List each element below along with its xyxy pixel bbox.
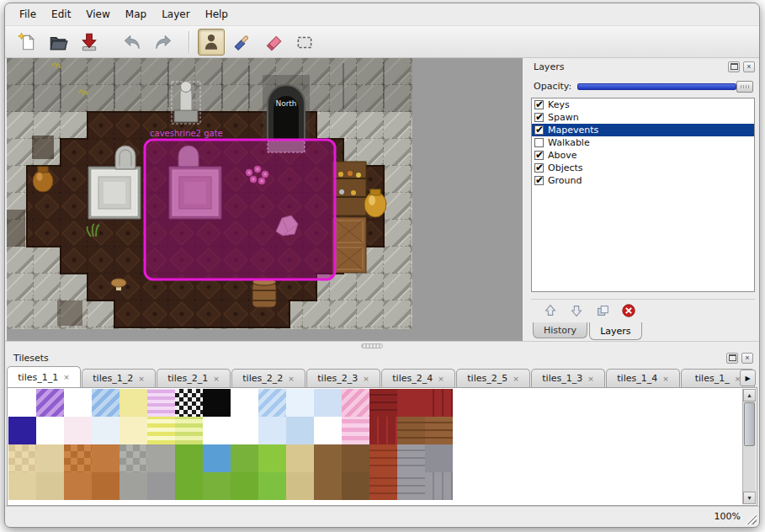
tab-close-icon[interactable]: × [587, 375, 594, 383]
tileset-tile[interactable] [120, 389, 147, 417]
tileset-tile[interactable] [8, 444, 36, 472]
menu-edit[interactable]: Edit [44, 6, 78, 23]
tileset-tile[interactable] [342, 444, 369, 472]
tileset-tab-tiles_1_3[interactable]: tiles_1_3 × [531, 369, 605, 387]
tileset-tile[interactable] [92, 444, 120, 472]
layer-visibility-checkbox[interactable] [534, 176, 544, 185]
select-tool-button[interactable] [291, 29, 318, 56]
duplicate-layer-button[interactable] [593, 301, 612, 320]
tileset-tile[interactable] [64, 389, 92, 417]
layer-visibility-checkbox[interactable] [534, 113, 544, 122]
scroll-down-icon[interactable]: ▼ [743, 492, 756, 504]
tileset-tile[interactable] [342, 417, 369, 444]
menu-layer[interactable]: Layer [154, 6, 197, 23]
tileset-tile[interactable] [203, 444, 231, 472]
tileset-tab-tiles_2_1[interactable]: tiles_2_1 × [157, 369, 231, 387]
barrel[interactable] [252, 279, 276, 307]
tileset-tile[interactable] [314, 417, 342, 444]
tab-close-icon[interactable]: × [138, 375, 145, 383]
tileset-tile[interactable] [175, 444, 203, 472]
delete-layer-button[interactable] [619, 301, 638, 320]
tileset-tile[interactable] [8, 389, 36, 417]
tileset-tile[interactable] [314, 444, 342, 472]
tileset-tile[interactable] [64, 444, 92, 472]
layer-visibility-checkbox[interactable] [534, 125, 544, 135]
tileset-tile[interactable] [369, 389, 397, 417]
layer-visibility-checkbox[interactable] [534, 151, 544, 160]
raise-layer-button[interactable] [541, 301, 560, 320]
tab-close-icon[interactable]: × [363, 375, 369, 383]
scrollbar-thumb[interactable] [744, 402, 755, 446]
map-viewport[interactable]: North caveshrine2 gate [7, 58, 523, 341]
tileset-tile[interactable] [147, 444, 175, 472]
tileset-tile[interactable] [36, 472, 64, 500]
menu-file[interactable]: File [12, 6, 44, 23]
tileset-tile[interactable] [342, 389, 369, 417]
close-panel-icon[interactable]: × [743, 61, 755, 72]
tileset-tile[interactable] [397, 444, 425, 472]
tombstone-gray[interactable] [115, 146, 135, 169]
undo-button[interactable] [119, 29, 146, 56]
tileset-tile[interactable] [36, 444, 64, 472]
tab-layers[interactable]: Layers [589, 322, 641, 340]
tileset-tile[interactable] [147, 417, 175, 444]
tileset-tile[interactable] [203, 389, 231, 417]
tileset-tile[interactable] [203, 472, 231, 500]
float-panel-icon[interactable] [728, 61, 740, 72]
tileset-tile[interactable] [231, 389, 258, 417]
redo-button[interactable] [150, 29, 177, 56]
tileset-tile[interactable] [286, 444, 314, 472]
tileset-tile[interactable] [369, 417, 397, 444]
tileset-tile[interactable] [425, 389, 453, 417]
tileset-tile[interactable] [64, 417, 92, 444]
tileset-tile[interactable] [231, 417, 258, 444]
tileset-tile[interactable] [92, 389, 120, 417]
tileset-tile[interactable] [258, 389, 286, 417]
tileset-tile[interactable] [314, 389, 342, 417]
new-button[interactable] [13, 29, 40, 56]
layer-row-mapevents[interactable]: Mapevents [532, 124, 754, 136]
tileset-tile[interactable] [120, 444, 147, 472]
tab-close-icon[interactable]: × [288, 375, 295, 383]
tileset-tab-tiles_1_4[interactable]: tiles_1_4 × [606, 369, 680, 387]
layer-visibility-checkbox[interactable] [534, 163, 544, 173]
tileset-tile[interactable] [147, 389, 175, 417]
tileset-tile[interactable] [175, 472, 203, 500]
tileset-tile[interactable] [258, 444, 286, 472]
eraser-tool-button[interactable] [260, 29, 287, 56]
tileset-tile[interactable] [314, 472, 342, 500]
tileset-tile[interactable] [175, 389, 203, 417]
tab-history[interactable]: History [533, 322, 587, 338]
brush-tool-button[interactable] [229, 29, 256, 56]
tileset-tab-tiles_1_2[interactable]: tiles_1_2 × [82, 369, 156, 387]
tileset-tile[interactable] [203, 417, 231, 444]
menu-help[interactable]: Help [198, 6, 236, 23]
tileset-tile[interactable] [231, 444, 258, 472]
tileset-tile[interactable] [369, 444, 397, 472]
tab-close-icon[interactable]: × [213, 375, 220, 383]
menu-map[interactable]: Map [118, 6, 154, 23]
tileset-tab-tiles_1_1[interactable]: tiles_1_1 × [7, 366, 81, 387]
tileset-tile[interactable] [92, 417, 120, 444]
tileset-tile[interactable] [286, 389, 314, 417]
tileset-tile[interactable] [36, 417, 64, 444]
tileset-tile[interactable] [8, 417, 36, 444]
layer-visibility-checkbox[interactable] [534, 138, 544, 147]
tileset-tile[interactable] [8, 472, 36, 500]
layer-row-objects[interactable]: Objects [532, 162, 754, 174]
tileset-tile[interactable] [175, 417, 203, 444]
map-canvas[interactable]: North caveshrine2 gate [7, 58, 412, 329]
tileset-view[interactable]: ▲ ▼ [7, 388, 757, 506]
tileset-tile[interactable] [342, 472, 369, 500]
tileset-tile[interactable] [231, 472, 258, 500]
tileset-tile[interactable] [397, 417, 425, 444]
tileset-tab-tiles_2_2[interactable]: tiles_2_2 × [231, 369, 305, 387]
menu-view[interactable]: View [78, 6, 117, 23]
tileset-tile[interactable] [286, 417, 314, 444]
tab-close-icon[interactable]: × [662, 375, 669, 383]
opacity-slider-handle[interactable] [736, 81, 753, 93]
tileset-tab-tiles_2_5[interactable]: tiles_2_5 × [456, 369, 530, 387]
tileset-tile[interactable] [92, 472, 120, 500]
float-panel-icon[interactable] [726, 353, 738, 364]
save-button[interactable] [76, 29, 103, 56]
